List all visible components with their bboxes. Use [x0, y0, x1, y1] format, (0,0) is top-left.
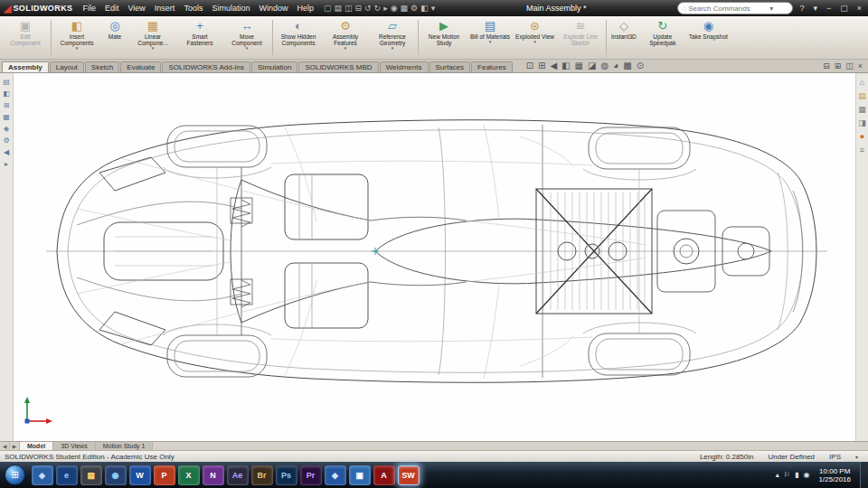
reference-geometry-button[interactable]: ▱ Reference Geometry: [369, 17, 416, 58]
close-view-icon[interactable]: ×: [858, 61, 863, 70]
pane-settings-icon[interactable]: ⚙: [3, 136, 9, 145]
new-document-icon[interactable]: ▢: [324, 4, 332, 13]
tab-evaluate[interactable]: Evaluate: [120, 61, 161, 72]
tab-weldments[interactable]: Weldments: [380, 61, 429, 72]
taskbar-excel[interactable]: X: [178, 465, 200, 485]
view-orientation-icon[interactable]: ▦: [575, 61, 583, 70]
taskbar-photoshop[interactable]: Ps: [276, 465, 297, 485]
close-button[interactable]: ×: [854, 4, 864, 13]
menu-simulation[interactable]: Simulation: [207, 4, 254, 13]
tab-scroll-left-icon[interactable]: ◀: [0, 442, 10, 450]
print-icon[interactable]: ⊟: [355, 4, 363, 13]
display-manager-icon[interactable]: ◈: [4, 125, 9, 133]
start-button[interactable]: ⊞: [5, 465, 25, 485]
menu-file[interactable]: File: [78, 4, 100, 13]
graphics-area[interactable]: [14, 73, 855, 441]
tab-assembly[interactable]: Assembly: [2, 61, 49, 72]
insert-components-button[interactable]: ◧ Insert Components: [53, 17, 100, 58]
restore-button[interactable]: ▢: [837, 4, 851, 13]
open-icon[interactable]: ▤: [334, 4, 342, 13]
exploded-view-button[interactable]: ⊛ Exploded View: [513, 17, 557, 58]
redo-icon[interactable]: ↻: [374, 4, 382, 13]
menu-view[interactable]: View: [124, 4, 150, 13]
units-selector[interactable]: IPS: [829, 453, 841, 461]
task-pane-resources-icon[interactable]: ⌂: [860, 78, 864, 87]
show-hidden-components-button[interactable]: ◐ Show Hidden Components: [275, 17, 322, 58]
section-view-icon[interactable]: ◧: [561, 61, 570, 70]
undo-icon[interactable]: ↺: [364, 4, 372, 13]
tray-expand-icon[interactable]: ▴: [776, 471, 779, 479]
hide-show-items-icon[interactable]: ◍: [601, 61, 609, 70]
tab-layout[interactable]: Layout: [50, 61, 84, 72]
edit-appearance-icon[interactable]: ◕: [613, 61, 618, 70]
appearances-scenes-icon[interactable]: ●: [860, 132, 864, 141]
tab-surfaces[interactable]: Surfaces: [429, 61, 471, 72]
show-desktop-button[interactable]: [860, 462, 868, 488]
tab-sketch[interactable]: Sketch: [85, 61, 119, 72]
tab-scroll-right-icon[interactable]: ▶: [10, 442, 20, 450]
linear-component-pattern-button[interactable]: ▦ Linear Compone...: [129, 17, 176, 58]
view-settings-icon[interactable]: ⊙: [637, 61, 644, 70]
apply-scene-icon[interactable]: ▩: [623, 61, 631, 70]
model-tab[interactable]: Model: [20, 442, 53, 450]
menu-edit[interactable]: Edit: [100, 4, 124, 13]
smart-fasteners-button[interactable]: + Smart Fasteners: [176, 17, 223, 58]
design-library-icon[interactable]: ▤: [858, 91, 866, 100]
dimxpert-manager-icon[interactable]: ▦: [3, 113, 10, 121]
file-explorer-icon[interactable]: ▦: [858, 105, 866, 114]
menu-window[interactable]: Window: [254, 4, 292, 13]
update-speedpak-button[interactable]: ↻ Update Speedpak: [639, 17, 686, 58]
view-palette-icon[interactable]: ◨: [858, 118, 866, 127]
rebuild-icon[interactable]: ◉: [391, 4, 398, 13]
motion-study-tab[interactable]: Motion Study 1: [96, 442, 154, 450]
select-icon[interactable]: ▸: [383, 4, 388, 13]
instant3d-button[interactable]: ◇ Instant3D: [609, 17, 639, 58]
appearance-icon[interactable]: ◧: [420, 4, 429, 13]
car-assembly-drawing[interactable]: [14, 73, 855, 441]
minimize-button[interactable]: −: [824, 4, 834, 13]
save-icon[interactable]: ◫: [344, 4, 353, 13]
taskbar-media-player[interactable]: ◉: [105, 465, 127, 485]
split-vertical-icon[interactable]: ⊞: [835, 61, 842, 70]
zoom-fit-icon[interactable]: ⊡: [526, 61, 533, 70]
taskbar-acrobat[interactable]: A: [373, 465, 395, 485]
search-caret-icon[interactable]: ▾: [769, 5, 773, 13]
taskbar-windows-explorer[interactable]: ▤: [80, 465, 102, 485]
take-snapshot-button[interactable]: ◉ Take Snapshot: [686, 17, 731, 58]
help-button[interactable]: ?: [797, 4, 807, 13]
units-caret-icon[interactable]: ▾: [855, 454, 858, 460]
taskbar-word[interactable]: W: [129, 465, 151, 485]
taskbar-pinned-app-2[interactable]: ▣: [349, 465, 371, 485]
action-center-icon[interactable]: ⚐: [784, 471, 790, 479]
split-horizontal-icon[interactable]: ⊟: [823, 61, 830, 70]
bill-of-materials-button[interactable]: ▤ Bill of Materials: [467, 17, 513, 58]
help-caret-icon[interactable]: ▾: [810, 4, 820, 13]
previous-view-icon[interactable]: ◀: [550, 61, 557, 70]
menu-insert[interactable]: Insert: [150, 4, 180, 13]
featuremanager-tree-icon[interactable]: ▤: [3, 78, 10, 86]
collapse-pane-icon[interactable]: ◀: [4, 148, 9, 156]
search-commands-box[interactable]: ◌ ▾: [677, 2, 793, 14]
propertymanager-icon[interactable]: ◧: [3, 89, 10, 98]
taskbar-clock[interactable]: 10:00 PM 1/25/2016: [814, 467, 855, 483]
taskbar-powerpoint[interactable]: P: [154, 465, 175, 485]
taskbar-pinned-app[interactable]: ◆: [32, 465, 53, 485]
mate-button[interactable]: ◎ Mate: [100, 17, 129, 58]
taskbar-solidworks-active[interactable]: SW: [398, 465, 420, 485]
explode-line-sketch-button[interactable]: ≋ Explode Line Sketch: [557, 17, 604, 58]
3d-views-tab[interactable]: 3D Views: [53, 442, 95, 450]
assembly-features-button[interactable]: ⚙ Assembly Features: [322, 17, 369, 58]
taskbar-internet-explorer[interactable]: e: [56, 465, 78, 485]
taskbar-edrawings[interactable]: ◆: [325, 465, 346, 485]
taskbar-onenote[interactable]: N: [203, 465, 224, 485]
tab-features[interactable]: Features: [471, 61, 513, 72]
taskbar-bridge[interactable]: Br: [251, 465, 273, 485]
menu-help[interactable]: Help: [292, 4, 318, 13]
new-motion-study-button[interactable]: ▶ New Motion Study: [420, 17, 467, 58]
network-icon[interactable]: ▮: [795, 471, 798, 479]
options-gear-icon[interactable]: ⚙: [410, 4, 418, 13]
configuration-manager-icon[interactable]: ⊞: [4, 101, 10, 109]
taskbar-after-effects[interactable]: Ae: [227, 465, 249, 485]
zoom-area-icon[interactable]: ⊞: [538, 61, 545, 70]
tab-solidworks-add-ins[interactable]: SOLIDWORKS Add-Ins: [162, 61, 250, 72]
